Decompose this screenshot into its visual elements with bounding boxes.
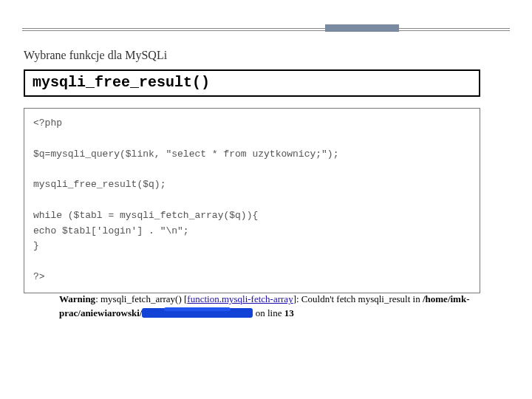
code-example: <?php $q=mysqli_query($link, "select * f… <box>24 108 480 293</box>
header-rule-accent <box>325 24 399 32</box>
section-subtitle: Wybrane funkcje dla MySQLi <box>24 49 167 62</box>
header-rule-line <box>22 28 510 31</box>
function-name-box: mysqli_free_result() <box>24 69 480 97</box>
redacted-path <box>142 308 253 318</box>
warning-doc-link[interactable]: function.mysqli-fetch-array <box>187 293 293 304</box>
slide: Wybrane funkcje dla MySQLi mysqli_free_r… <box>0 0 532 399</box>
warning-msg-after: on line <box>253 307 284 318</box>
warning-label: Warning <box>59 293 95 304</box>
header-rule <box>22 25 510 33</box>
warning-msg-before: : Couldn't fetch mysqli_result in <box>296 293 423 304</box>
warning-line: 13 <box>284 307 294 318</box>
php-warning: Warning: mysqli_fetch_array() [function.… <box>59 293 502 321</box>
warning-function: mysqli_fetch_array() <box>100 293 182 304</box>
